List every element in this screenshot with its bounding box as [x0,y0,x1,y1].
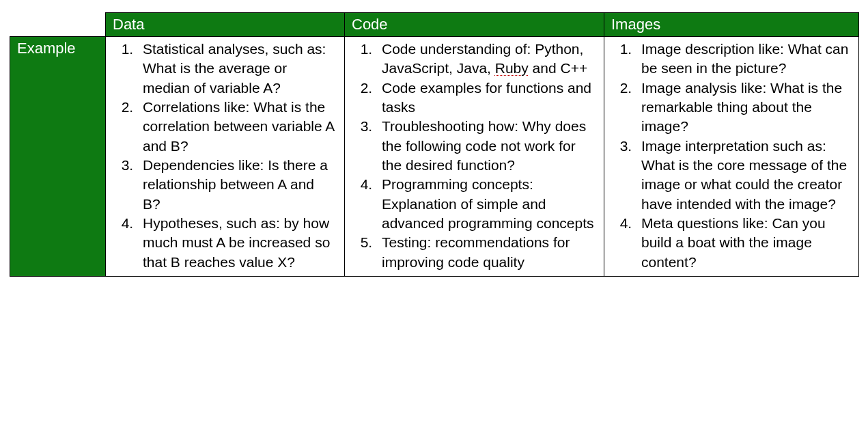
cell-images: Image description like: What can be seen… [604,37,859,277]
list-item: Troubleshooting how: Why does the follow… [376,117,594,175]
col-header-code: Code [345,13,604,37]
row-header-example: Example [10,37,106,277]
list-item: Hypotheses, such as: by how much must A … [137,214,335,272]
list-code: Code understanding of: Python, JavaScrip… [350,40,594,272]
col-header-data: Data [106,13,345,37]
list-item: Dependencies like: Is there a relationsh… [137,156,335,214]
example-row: Example Statistical analyses, such as: W… [10,37,859,277]
cell-data: Statistical analyses, such as: What is t… [106,37,345,277]
col-header-images: Images [604,13,859,37]
list-item: Code examples for functions and tasks [376,79,594,118]
list-item: Image description like: What can be seen… [636,40,849,79]
list-item: Programming concepts: Explanation of sim… [376,175,594,233]
list-item: Code understanding of: Python, JavaScrip… [376,40,594,79]
list-item: Image interpretation such as: What is th… [636,137,849,214]
list-item: Image analysis like: What is the remarka… [636,79,849,137]
list-item: Correlations like: What is the correlati… [137,98,335,156]
spellcheck-underline: Ruby [495,60,529,76]
header-row: Data Code Images [10,13,859,37]
list-data: Statistical analyses, such as: What is t… [111,40,335,272]
list-item: Testing: recommendations for improving c… [376,233,594,272]
list-images: Image description like: What can be seen… [610,40,849,272]
list-item: Statistical analyses, such as: What is t… [137,40,335,98]
list-item: Meta questions like: Can you build a boa… [636,214,849,272]
corner-cell [10,13,106,37]
cell-code: Code understanding of: Python, JavaScrip… [345,37,604,277]
examples-table: Data Code Images Example Statistical ana… [10,12,859,277]
